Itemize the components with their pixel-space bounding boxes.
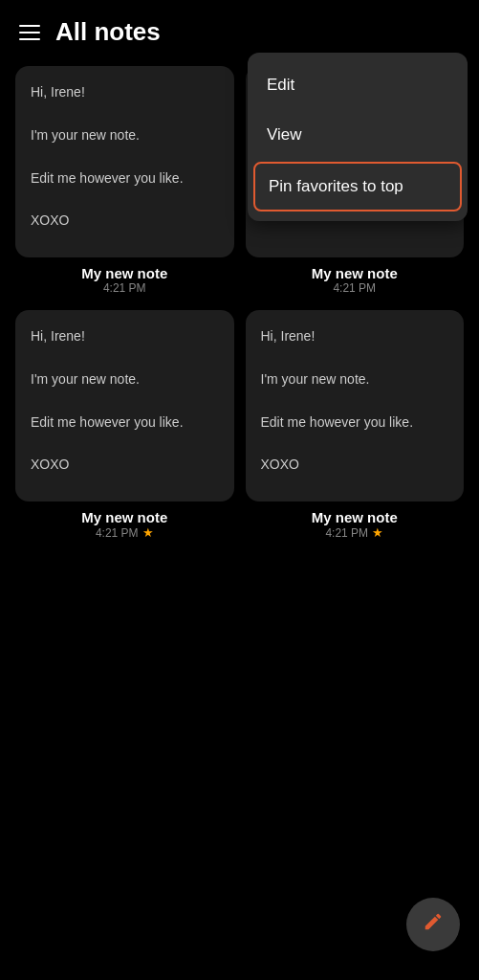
note-time-3: 4:21 PM ★ bbox=[81, 525, 167, 540]
dropdown-item-edit[interactable]: Edit bbox=[248, 60, 468, 110]
note-content-4: Hi, Irene!I'm your new note.Edit me howe… bbox=[246, 310, 465, 501]
dropdown-item-pin-favorites[interactable]: Pin favorites to top bbox=[253, 162, 462, 212]
star-icon-4: ★ bbox=[372, 525, 383, 540]
note-card-3[interactable]: Hi, Irene!I'm your new note.Edit me howe… bbox=[15, 310, 234, 544]
dropdown-item-view[interactable]: View bbox=[248, 110, 468, 160]
note-time-2: 4:21 PM bbox=[312, 281, 398, 295]
note-meta-3: My new note 4:21 PM ★ bbox=[81, 501, 167, 544]
page-title: All notes bbox=[55, 17, 161, 47]
note-title-3: My new note bbox=[81, 509, 167, 525]
note-card-4[interactable]: Hi, Irene!I'm your new note.Edit me howe… bbox=[246, 310, 465, 544]
note-meta-2: My new note 4:21 PM bbox=[312, 257, 398, 299]
note-text-1: Hi, Irene!I'm your new note.Edit me howe… bbox=[31, 81, 219, 232]
note-title-2: My new note bbox=[312, 265, 398, 281]
note-content-3: Hi, Irene!I'm your new note.Edit me howe… bbox=[15, 310, 234, 501]
note-time-1: 4:21 PM bbox=[81, 281, 167, 295]
hamburger-menu-icon[interactable] bbox=[19, 25, 40, 40]
note-text-4: Hi, Irene!I'm your new note.Edit me howe… bbox=[261, 325, 449, 476]
note-title-4: My new note bbox=[312, 509, 398, 525]
star-icon-3: ★ bbox=[142, 525, 154, 540]
note-title-1: My new note bbox=[81, 265, 167, 281]
note-text-3: Hi, Irene!I'm your new note.Edit me howe… bbox=[31, 325, 219, 476]
note-card-1[interactable]: Hi, Irene!I'm your new note.Edit me howe… bbox=[15, 66, 234, 299]
fab-edit-button[interactable] bbox=[406, 898, 460, 951]
header: All notes bbox=[0, 0, 479, 58]
edit-icon bbox=[423, 911, 444, 938]
note-meta-4: My new note 4:21 PM ★ bbox=[312, 501, 398, 544]
note-time-4: 4:21 PM ★ bbox=[312, 525, 398, 540]
dropdown-menu: Edit View Pin favorites to top bbox=[248, 53, 468, 221]
note-content-1: Hi, Irene!I'm your new note.Edit me howe… bbox=[15, 66, 234, 257]
note-meta-1: My new note 4:21 PM bbox=[81, 257, 167, 299]
